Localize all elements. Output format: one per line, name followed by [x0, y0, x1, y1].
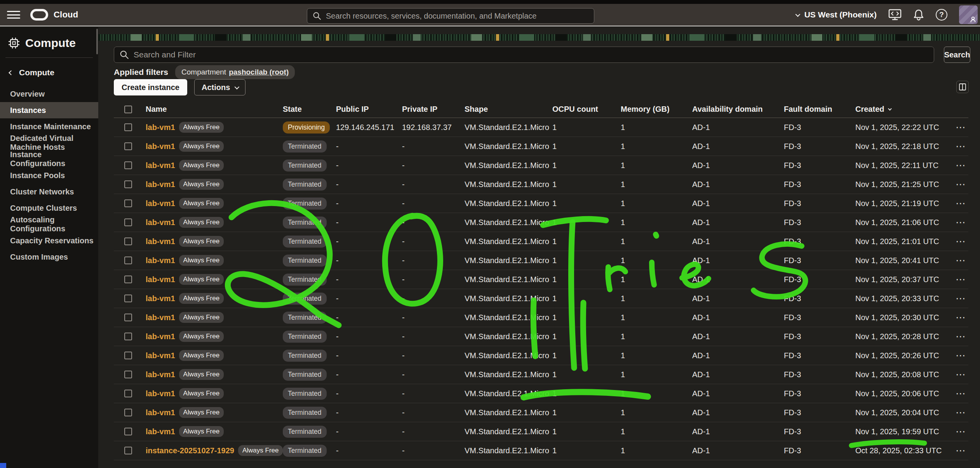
column-settings-button[interactable]	[956, 81, 969, 93]
row-checkbox[interactable]	[124, 390, 132, 397]
row-actions-menu-icon[interactable]: ⋯	[954, 390, 968, 397]
filter-search[interactable]	[114, 47, 934, 63]
row-checkbox[interactable]	[124, 218, 132, 226]
private-ip-value: -	[402, 332, 465, 341]
row-actions-menu-icon[interactable]: ⋯	[954, 142, 968, 150]
instance-name-link[interactable]: lab-vm1	[146, 370, 175, 379]
row-actions-menu-icon[interactable]: ⋯	[954, 409, 968, 416]
filter-search-input[interactable]	[134, 50, 928, 59]
cloud-shell-icon[interactable]	[888, 9, 902, 21]
select-all-checkbox[interactable]	[124, 106, 132, 113]
row-checkbox[interactable]	[124, 447, 132, 454]
user-avatar[interactable]	[959, 5, 978, 24]
col-header-created-sort[interactable]: Created	[855, 105, 954, 114]
sidebar-item[interactable]: Instance Pools	[0, 167, 98, 184]
row-actions-menu-icon[interactable]: ⋯	[954, 371, 968, 378]
sidebar-item[interactable]: Instance Maintenance	[0, 118, 98, 135]
actions-dropdown-button[interactable]: Actions	[194, 79, 245, 95]
sidebar-item[interactable]: Dedicated Virtual Machine Hosts	[0, 135, 98, 151]
row-actions-menu-icon[interactable]: ⋯	[954, 218, 968, 226]
sidebar-item[interactable]: Instance Configurations	[0, 151, 98, 167]
row-actions-menu-icon[interactable]: ⋯	[954, 161, 968, 169]
table-row: lab-vm1 Always Free Terminated - - VM.St…	[114, 327, 968, 346]
created-value: Nov 1, 2025, 20:06 UTC	[855, 389, 954, 398]
region-selector[interactable]: US West (Phoenix)	[795, 10, 877, 19]
search-button[interactable]: Search	[944, 47, 970, 63]
sidebar-back-link[interactable]: Compute	[0, 58, 98, 83]
row-checkbox[interactable]	[124, 314, 132, 321]
sidebar-item[interactable]: Overview	[0, 86, 98, 102]
global-search-input[interactable]	[326, 12, 588, 21]
instance-name-link[interactable]: lab-vm1	[146, 313, 175, 322]
row-actions-menu-icon[interactable]: ⋯	[954, 199, 968, 207]
sidebar-item-label: Instances	[10, 106, 46, 115]
row-checkbox[interactable]	[124, 142, 132, 150]
row-checkbox[interactable]	[124, 276, 132, 283]
row-actions-menu-icon[interactable]: ⋯	[954, 257, 968, 264]
sidebar-scrollbar[interactable]	[96, 29, 98, 54]
row-actions-menu-icon[interactable]: ⋯	[954, 333, 968, 340]
instance-name-link[interactable]: lab-vm1	[146, 256, 175, 265]
row-actions-menu-icon[interactable]: ⋯	[954, 447, 968, 454]
instance-name-link[interactable]: lab-vm1	[146, 180, 175, 189]
instance-name-link[interactable]: lab-vm1	[146, 199, 175, 208]
row-actions-menu-icon[interactable]: ⋯	[954, 123, 968, 131]
row-actions-menu-icon[interactable]: ⋯	[954, 276, 968, 283]
instance-name-link[interactable]: lab-vm1	[146, 389, 175, 398]
instance-name-link[interactable]: lab-vm1	[146, 275, 175, 284]
hamburger-menu-icon[interactable]	[7, 10, 20, 19]
memory-value: 1	[621, 446, 692, 455]
fault-domain-value: FD-3	[784, 408, 855, 417]
table-row: lab-vm1 Always Free Terminated - - VM.St…	[114, 156, 968, 175]
row-checkbox[interactable]	[124, 409, 132, 416]
person-icon	[970, 16, 977, 23]
instance-name-link[interactable]: instance-20251027-1929	[146, 446, 234, 455]
row-checkbox[interactable]	[124, 352, 132, 359]
help-icon[interactable]: ?	[936, 9, 947, 21]
row-actions-menu-icon[interactable]: ⋯	[954, 295, 968, 302]
row-checkbox[interactable]	[124, 333, 132, 340]
row-checkbox[interactable]	[124, 371, 132, 378]
compartment-filter-chip[interactable]: Compartment pashocilab (root)	[175, 65, 295, 79]
created-value: Nov 1, 2025, 19:59 UTC	[855, 427, 954, 436]
brand: Cloud	[30, 9, 78, 21]
instance-name-link[interactable]: lab-vm1	[146, 237, 175, 246]
instance-name-link[interactable]: lab-vm1	[146, 123, 175, 132]
row-checkbox[interactable]	[124, 180, 132, 188]
ocpu-value: 1	[552, 161, 621, 170]
instance-name-link[interactable]: lab-vm1	[146, 332, 175, 341]
instance-name-link[interactable]: lab-vm1	[146, 351, 175, 360]
instance-name-link[interactable]: lab-vm1	[146, 142, 175, 151]
row-checkbox[interactable]	[124, 428, 132, 435]
global-search[interactable]	[307, 8, 594, 24]
sidebar-item[interactable]: Cluster Networks	[0, 184, 98, 200]
row-checkbox[interactable]	[124, 295, 132, 302]
instance-name-link[interactable]: lab-vm1	[146, 294, 175, 303]
sidebar-item[interactable]: Autoscaling Configurations	[0, 216, 98, 232]
private-ip-value: -	[402, 180, 465, 189]
row-checkbox[interactable]	[124, 199, 132, 207]
row-actions-menu-icon[interactable]: ⋯	[954, 352, 968, 359]
ocpu-value: 1	[552, 199, 621, 208]
row-actions-menu-icon[interactable]: ⋯	[954, 237, 968, 245]
instances-table: Name State Public IP Private IP Shape OC…	[114, 101, 968, 460]
sidebar-item[interactable]: Compute Clusters	[0, 200, 98, 216]
row-checkbox[interactable]	[124, 237, 132, 245]
sidebar-item[interactable]: Capacity Reservations	[0, 232, 98, 249]
instance-name-link[interactable]: lab-vm1	[146, 427, 175, 436]
chip-prefix: Compartment	[181, 68, 226, 76]
row-actions-menu-icon[interactable]: ⋯	[954, 314, 968, 321]
notifications-bell-icon[interactable]	[913, 9, 924, 21]
instance-name-link[interactable]: lab-vm1	[146, 218, 175, 227]
instance-name-link[interactable]: lab-vm1	[146, 408, 175, 417]
row-checkbox[interactable]	[124, 161, 132, 169]
row-actions-menu-icon[interactable]: ⋯	[954, 180, 968, 188]
chip-value-link[interactable]: pashocilab (root)	[229, 68, 289, 76]
instance-name-link[interactable]: lab-vm1	[146, 161, 175, 170]
create-instance-button[interactable]: Create instance	[114, 79, 187, 95]
row-checkbox[interactable]	[124, 257, 132, 264]
sidebar-item[interactable]: Custom Images	[0, 249, 98, 265]
sidebar-item[interactable]: Instances	[0, 102, 98, 118]
row-checkbox[interactable]	[124, 123, 132, 131]
row-actions-menu-icon[interactable]: ⋯	[954, 428, 968, 435]
